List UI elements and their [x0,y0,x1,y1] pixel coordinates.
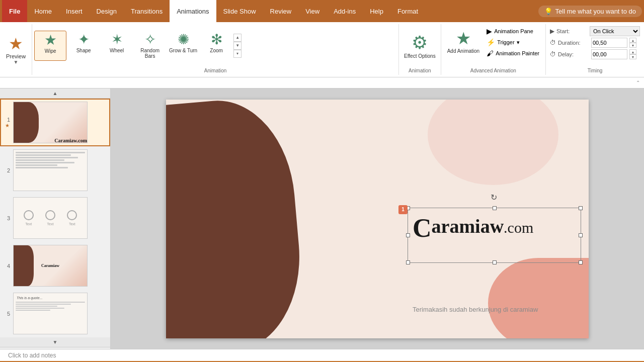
animation-pane-button[interactable]: ▶ Animation Pane [485,26,541,36]
slide-scroll-up[interactable]: ▲ [0,88,110,99]
tab-addins[interactable]: Add-ins [327,0,363,22]
brand-big-c: C [413,214,432,242]
slide-scroll-down[interactable]: ▼ [0,337,110,347]
handle-tr[interactable] [579,206,583,210]
notes-placeholder: Click to add notes [8,352,56,359]
handle-mr[interactable] [579,233,583,237]
timing-group-label: Timing [546,68,644,73]
anim-scroll-more[interactable]: ▾ [233,50,242,58]
slide-thumb-4: Caramiaw [13,245,88,287]
anim-item-zoom[interactable]: ✻ Zoom [200,31,232,61]
zoom-icon: ✻ [211,33,222,47]
slide-item-3[interactable]: 3 Text Text Text [0,194,110,242]
tab-bar-right: 💡 Tell me what you want to do [538,6,642,17]
tab-home[interactable]: Home [27,0,59,22]
animation-pane-label: Animation Pane [494,28,533,34]
handle-bl[interactable] [406,260,410,264]
tab-insert[interactable]: Insert [59,0,90,22]
animation-painter-button[interactable]: 🖌 Animation Painter [485,48,541,58]
slide-item-5[interactable]: 5 This is a quote... [0,290,110,337]
handle-br[interactable] [579,260,583,264]
shape-label: Shape [76,48,91,53]
delay-label: Delay: [558,51,589,57]
handle-ml[interactable] [406,233,410,237]
effect-options-group-label: Animation [399,68,441,73]
slide-canvas[interactable]: ↻ 1 Caramiaw.com Terimakasih sudah berku… [166,100,589,338]
delay-spinner: ▲ ▼ [629,49,636,59]
trigger-button[interactable]: ⚡ Trigger ▾ [485,37,541,47]
add-animation-icon: ★ [456,28,471,48]
preview-sublabel: ▼ [14,59,19,65]
anim-item-wheel[interactable]: ✶ Wheel [101,31,133,61]
duration-label: Duration: [558,40,589,46]
tab-transitions[interactable]: Transitions [124,0,170,22]
tab-review[interactable]: Review [263,0,299,22]
growturn-label: Grow & Turn [169,48,197,53]
animation-list-group: ★ Wipe ✦ Shape ✶ Wheel ✧ Random Bars ✺ G… [32,24,399,75]
delay-spin-up[interactable]: ▲ [629,49,636,54]
preview-label: Preview [6,53,26,59]
animation-painter-label: Animation Painter [496,50,539,56]
add-animation-button[interactable]: ★ Add Animation [445,26,482,56]
tab-help[interactable]: Help [363,0,390,22]
duration-input[interactable] [591,38,627,48]
tab-view[interactable]: View [298,0,327,22]
slide-item-1[interactable]: 1 ★ Caramiaw.com [0,99,110,146]
wheel-icon: ✶ [111,33,123,47]
preview-icon: ★ [9,34,23,53]
add-animation-label: Add Animation [447,48,480,54]
slide-number-1: 1 [4,117,10,123]
delay-input[interactable] [591,49,627,59]
ribbon-expand-icon[interactable]: ⌃ [636,80,640,85]
tab-design[interactable]: Design [90,0,124,22]
start-select[interactable]: On ClickWith PreviousAfter Previous [590,26,640,36]
slide-item-4[interactable]: 4 Caramiaw [0,242,110,290]
preview-button[interactable]: ★ Preview ▼ [6,34,26,65]
trigger-icon: ⚡ [487,38,495,46]
anim-item-growturn[interactable]: ✺ Grow & Turn [167,31,199,61]
slide-number-2: 2 [4,167,10,173]
anim-scroll-up[interactable]: ▲ [233,34,242,42]
animation-items: ★ Wipe ✦ Shape ✶ Wheel ✧ Random Bars ✺ G… [34,31,232,61]
trigger-label: Trigger [497,39,514,45]
bg-shape-pink [488,258,589,338]
handle-tm[interactable] [493,206,497,210]
sub-text: Terimakasih sudah berkunjung di caramiaw [413,306,538,313]
slide-thumb-3: Text Text Text [13,197,88,239]
brand-text: Caramiaw.com [413,215,533,241]
delay-spin-down[interactable]: ▼ [629,54,636,59]
selected-text-box[interactable]: ↻ 1 Caramiaw.com [408,208,581,263]
animation-scroll-btns: ▲ ▼ ▾ [233,34,242,58]
tell-me-box[interactable]: 💡 Tell me what you want to do [538,6,642,17]
advanced-animation-group-label: Advanced Animation [441,68,545,73]
slide-thumb-1: Caramiaw.com [13,102,88,143]
bg-shape-light [428,100,558,185]
tab-file[interactable]: File [2,0,27,22]
timing-start-row: ▶ Start: On ClickWith PreviousAfter Prev… [550,26,640,36]
anim-scroll-down[interactable]: ▼ [233,42,242,50]
tab-format[interactable]: Format [390,0,425,22]
rotate-handle[interactable]: ↻ [491,193,497,202]
effect-options-group[interactable]: ⚙ Effect Options Animation [399,24,441,75]
duration-spinner: ▲ ▼ [629,38,636,48]
anim-item-randombars[interactable]: ✧ Random Bars [134,31,166,61]
animation-group-label: Animation [32,68,398,73]
tab-slideshow[interactable]: Slide Show [216,0,263,22]
anim-item-shape[interactable]: ✦ Shape [67,31,100,61]
slide-item-2[interactable]: 2 [0,146,110,194]
duration-spin-down[interactable]: ▼ [629,43,636,48]
tab-animations[interactable]: Animations [170,0,216,22]
duration-spin-up[interactable]: ▲ [629,38,636,43]
growturn-icon: ✺ [178,33,189,47]
advanced-animation-group: ★ Add Animation ▶ Animation Pane ⚡ Trigg… [441,24,546,75]
timing-group: ▶ Start: On ClickWith PreviousAfter Prev… [546,24,644,75]
slide-number-3: 3 [4,215,10,221]
animation-painter-icon: 🖌 [487,49,494,57]
preview-group: ★ Preview ▼ [0,24,32,75]
notes-bar[interactable]: Click to add notes [0,349,644,361]
handle-bm[interactable] [493,260,497,264]
anim-item-wipe[interactable]: ★ Wipe [34,31,66,61]
randombars-label: Random Bars [135,48,165,59]
wheel-label: Wheel [110,48,124,53]
animation-pane-icon: ▶ [487,27,492,35]
